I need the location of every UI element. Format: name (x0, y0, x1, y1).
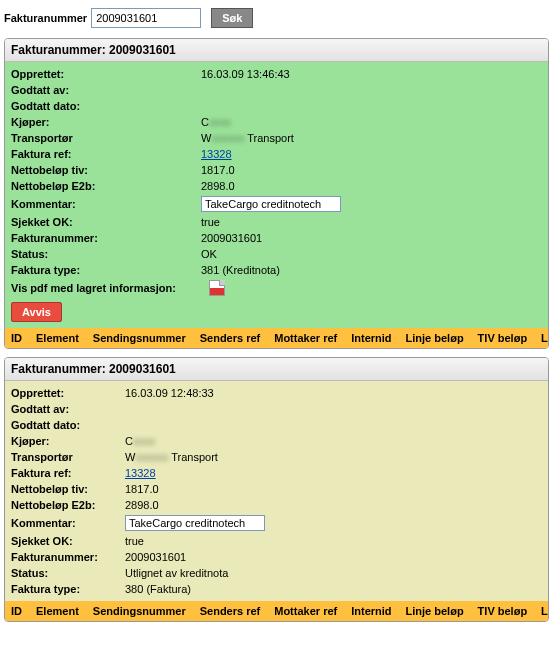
comment-input[interactable] (201, 196, 341, 212)
column-header[interactable]: ID (11, 605, 22, 617)
field-label: Faktura type: (11, 583, 125, 595)
column-header[interactable]: Mottaker ref (274, 332, 337, 344)
field-row: Status:OK (11, 246, 542, 262)
invoice-ref-link[interactable]: 13328 (201, 148, 232, 160)
column-header[interactable]: Internid (351, 605, 391, 617)
field-row: Kjøper:Cxxxx (11, 433, 542, 449)
field-label: Faktura ref: (11, 467, 125, 479)
field-row: Opprettet:16.03.09 12:48:33 (11, 385, 542, 401)
field-row: Kjøper:Cxxxx (11, 114, 542, 130)
field-row: Sjekket OK:true (11, 533, 542, 549)
field-value: Cxxxx (125, 435, 155, 447)
field-value: OK (201, 248, 217, 260)
field-row: Faktura ref:13328 (11, 146, 542, 162)
field-value: 13328 (201, 148, 232, 160)
field-label: Status: (11, 567, 125, 579)
field-label: Sjekket OK: (11, 535, 125, 547)
field-row: Godtatt av: (11, 82, 542, 98)
field-label: Nettobeløp E2b: (11, 499, 125, 511)
field-value: 16.03.09 12:48:33 (125, 387, 214, 399)
field-label: Transportør (11, 132, 201, 144)
field-value: 13328 (125, 467, 156, 479)
field-label: Opprettet: (11, 387, 125, 399)
field-row: TransportørWxxxxxx Transport (11, 449, 542, 465)
field-label: Kjøper: (11, 116, 201, 128)
column-header[interactable]: Linje feil (541, 605, 549, 617)
field-label: Faktura type: (11, 264, 201, 276)
field-value: 2009031601 (125, 551, 186, 563)
field-label: Fakturanummer: (11, 551, 125, 563)
field-value: 1817.0 (125, 483, 159, 495)
field-label: Godtatt av: (11, 403, 125, 415)
column-header[interactable]: Internid (351, 332, 391, 344)
field-row: Nettobeløp E2b:2898.0 (11, 497, 542, 513)
field-value-suffix: Transport (244, 132, 294, 144)
column-headers: IDElementSendingsnummerSenders refMottak… (5, 601, 548, 621)
column-header[interactable]: Sendingsnummer (93, 332, 186, 344)
column-header[interactable]: TIV beløp (478, 605, 528, 617)
field-value: 16.03.09 13:46:43 (201, 68, 290, 80)
redacted-text: xxxx (133, 435, 155, 447)
pdf-row: Vis pdf med lagret informasjon: (11, 278, 542, 298)
comment-input[interactable] (125, 515, 265, 531)
field-value: 2898.0 (125, 499, 159, 511)
column-header[interactable]: TIV beløp (478, 332, 528, 344)
field-value: true (125, 535, 144, 547)
invoice-ref-link[interactable]: 13328 (125, 467, 156, 479)
column-header[interactable]: Senders ref (200, 605, 261, 617)
column-header[interactable]: ID (11, 332, 22, 344)
field-row: Godtatt dato: (11, 417, 542, 433)
field-row: Status:Utlignet av kreditnota (11, 565, 542, 581)
search-button[interactable]: Søk (211, 8, 253, 28)
field-value: 2009031601 (201, 232, 262, 244)
column-header[interactable]: Linje feil (541, 332, 549, 344)
field-row: Godtatt dato: (11, 98, 542, 114)
redacted-text: xxxxxx (211, 132, 244, 144)
search-input[interactable] (91, 8, 201, 28)
field-row: Faktura type:380 (Faktura) (11, 581, 542, 597)
field-value-prefix: W (201, 132, 211, 144)
field-row: Kommentar: (11, 194, 542, 214)
field-row: Nettobeløp tiv:1817.0 (11, 481, 542, 497)
pdf-icon[interactable] (209, 280, 225, 296)
field-value-prefix: C (125, 435, 133, 447)
field-value (201, 196, 341, 212)
search-label: Fakturanummer (4, 12, 87, 24)
field-label: Status: (11, 248, 201, 260)
field-label: Faktura ref: (11, 148, 201, 160)
field-label: Nettobeløp tiv: (11, 164, 201, 176)
field-label: Kommentar: (11, 198, 201, 210)
field-value-prefix: W (125, 451, 135, 463)
field-label: Godtatt av: (11, 84, 201, 96)
field-value: true (201, 216, 220, 228)
column-header[interactable]: Mottaker ref (274, 605, 337, 617)
reject-button[interactable]: Avvis (11, 302, 62, 322)
column-headers: IDElementSendingsnummerSenders refMottak… (5, 328, 548, 348)
field-label: Kjøper: (11, 435, 125, 447)
invoice-panel: Fakturanummer: 2009031601Opprettet:16.03… (4, 38, 549, 349)
field-value: 381 (Kreditnota) (201, 264, 280, 276)
field-row: Opprettet:16.03.09 13:46:43 (11, 66, 542, 82)
column-header[interactable]: Sendingsnummer (93, 605, 186, 617)
field-row: Nettobeløp E2b:2898.0 (11, 178, 542, 194)
redacted-text: xxxxxx (135, 451, 168, 463)
field-value: Wxxxxxx Transport (125, 451, 218, 463)
field-value-prefix: C (201, 116, 209, 128)
field-label: Opprettet: (11, 68, 201, 80)
field-row: Faktura ref:13328 (11, 465, 542, 481)
field-value: 380 (Faktura) (125, 583, 191, 595)
column-header[interactable]: Linje beløp (406, 332, 464, 344)
field-label: Godtatt dato: (11, 100, 201, 112)
column-header[interactable]: Linje beløp (406, 605, 464, 617)
field-row: Fakturanummer:2009031601 (11, 549, 542, 565)
column-header[interactable]: Element (36, 605, 79, 617)
column-header[interactable]: Senders ref (200, 332, 261, 344)
panel-header: Fakturanummer: 2009031601 (5, 358, 548, 381)
column-header[interactable]: Element (36, 332, 79, 344)
field-label: Sjekket OK: (11, 216, 201, 228)
panel-body: Opprettet:16.03.09 13:46:43Godtatt av:Go… (5, 62, 548, 328)
field-value: Utlignet av kreditnota (125, 567, 228, 579)
field-value-suffix: Transport (168, 451, 218, 463)
redacted-text: xxxx (209, 116, 231, 128)
field-value: 1817.0 (201, 164, 235, 176)
